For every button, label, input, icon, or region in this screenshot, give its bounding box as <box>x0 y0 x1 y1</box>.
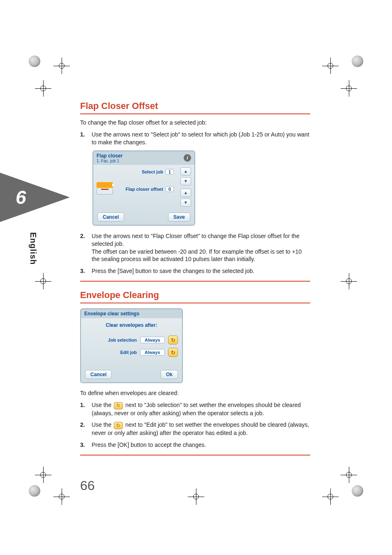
step-number: 1. <box>80 401 92 417</box>
step-item: 3. Press the [OK] button to accept the c… <box>80 441 310 449</box>
registration-mark <box>341 467 357 483</box>
language-label: English <box>28 232 38 265</box>
registration-mark <box>322 58 339 74</box>
registration-mark <box>322 488 339 505</box>
step-text-part: next to "Job selection" to set wether th… <box>92 402 301 416</box>
print-dot <box>29 485 40 497</box>
step-number: 2. <box>80 232 92 264</box>
chapter-number: 6 <box>16 186 26 208</box>
step-text: Press the [Save] button to save the chan… <box>92 267 310 275</box>
panel-title: Envelope clear settings <box>84 311 139 317</box>
offset-value: 0 <box>166 186 174 192</box>
edit-job-row: Edit job Always ↻ <box>85 348 178 357</box>
section-heading-flap-closer: Flap Closer Offset <box>80 101 310 114</box>
registration-mark <box>53 58 70 74</box>
chapter-tab: 6 English <box>0 173 70 280</box>
panel-subtitle: 1. Fac. job 1 <box>97 159 122 163</box>
step-number: 3. <box>80 441 92 449</box>
step-extra: The offset can be varied between -20 and… <box>92 248 302 263</box>
panel-titlebar: Envelope clear settings <box>81 309 182 318</box>
registration-mark <box>188 488 204 505</box>
info-icon[interactable]: i <box>184 154 191 162</box>
print-dot <box>352 56 363 67</box>
select-job-down-button[interactable]: ▼ <box>180 177 191 185</box>
section-heading-envelope-clearing: Envelope Clearing <box>80 290 310 303</box>
step-number: 3. <box>80 267 92 275</box>
panel-title: Flap closer <box>97 153 122 159</box>
edit-job-label: Edit job <box>85 350 137 355</box>
select-job-value: 1 <box>166 169 174 175</box>
job-selection-label: Job selection <box>85 338 137 342</box>
step-text: Use the arrows next to "Flap Closer offs… <box>92 233 300 247</box>
cycle-icon[interactable]: ↻ <box>168 348 178 357</box>
registration-mark <box>53 488 70 505</box>
section2-intro: To define when envelopes are cleared: <box>80 390 310 396</box>
job-selection-value: Always <box>140 337 165 343</box>
ok-button[interactable]: Ok <box>161 370 178 379</box>
step-item: 1. Use the ↻ next to "Job selection" to … <box>80 401 310 417</box>
cancel-button[interactable]: Cancel <box>97 213 124 222</box>
offset-up-button[interactable]: ▲ <box>180 189 191 197</box>
envelope-clear-panel: Envelope clear settings Clear envelopes … <box>80 308 183 383</box>
panel-titlebar: Flap closer 1. Fac. job 1 i <box>93 151 194 165</box>
cancel-button[interactable]: Cancel <box>85 370 112 379</box>
offset-down-button[interactable]: ▼ <box>180 199 191 207</box>
flap-closer-panel: Flap closer 1. Fac. job 1 i Select job 1… <box>92 150 195 226</box>
save-button[interactable]: Save <box>168 213 190 222</box>
step-item: 2. Use the arrows next to "Flap Closer o… <box>80 232 310 264</box>
section-divider <box>80 281 310 282</box>
step-item: 2. Use the ↻ next to "Edit job" to set w… <box>80 421 310 437</box>
print-dot <box>352 485 363 497</box>
step-text: Press the [OK] button to accept the chan… <box>92 441 310 449</box>
machine-icon <box>97 182 113 194</box>
panel-header: Clear envelopes after: <box>85 322 178 328</box>
section1-intro: To change the flap closer offset for a s… <box>80 119 310 126</box>
edit-job-value: Always <box>140 349 165 356</box>
step-item: 3. Press the [Save] button to save the c… <box>80 267 310 275</box>
cycle-icon[interactable]: ↻ <box>168 335 178 345</box>
step-number: 2. <box>80 421 92 437</box>
cycle-icon: ↻ <box>114 402 123 409</box>
registration-mark <box>35 467 51 483</box>
offset-label: Flap closer offset <box>126 187 163 192</box>
step-text-part: next to "Edit job" to set wether the env… <box>92 421 309 436</box>
step-number: 1. <box>80 131 92 146</box>
section-divider <box>80 455 310 456</box>
cycle-icon: ↻ <box>114 422 123 429</box>
registration-mark <box>35 80 51 97</box>
registration-mark <box>341 273 357 289</box>
registration-mark <box>341 80 357 97</box>
step-text-part: Use the <box>92 421 113 428</box>
select-job-up-button[interactable]: ▲ <box>180 167 191 176</box>
step-text-part: Use the <box>92 402 113 408</box>
job-selection-row: Job selection Always ↻ <box>85 335 178 345</box>
select-job-row: Select job 1 <box>97 169 190 175</box>
chapter-arrow: 6 <box>0 173 70 222</box>
print-dot <box>29 56 40 67</box>
step-text: Use the arrows next to "Select job" to s… <box>92 131 310 146</box>
page-number: 66 <box>80 478 95 493</box>
select-job-label: Select job <box>142 169 163 174</box>
step-item: 1. Use the arrows next to "Select job" t… <box>80 131 310 146</box>
